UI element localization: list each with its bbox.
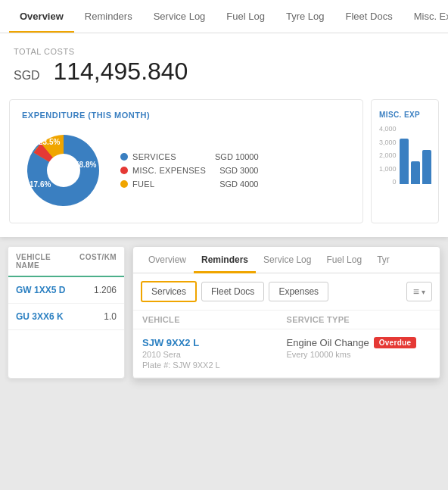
pie-center [47,154,80,187]
reminder-row-0: SJW 9XX2 L 2010 Sera Plate #: SJW 9XX2 L… [133,329,440,378]
pie-chart: 58.8% 23.5% 17.6% [22,129,105,212]
bar-1 [400,139,409,184]
tab-fuel-log[interactable]: Fuel Log [216,0,275,33]
expenditure-card: EXPENDITURE (THIS MONTH) [9,99,363,223]
filter-fleet-docs-btn[interactable]: Fleet Docs [201,282,264,301]
total-costs-currency: SGD [14,69,40,82]
tab-reminders[interactable]: Reminders [74,0,143,33]
filter-icon-chevron: ▾ [422,288,425,296]
sub-tab-reminders[interactable]: Reminders [194,247,256,273]
filter-services-btn[interactable]: Services [141,281,197,302]
total-costs-value: SGD 114,495.840 [14,58,434,86]
legend-value-misc: SGD 3000 [219,166,258,175]
bar-label-4000: 4,000 [379,125,397,133]
overdue-badge: Overdue [374,337,417,348]
bar-label-1000: 1,000 [379,165,397,173]
misc-exp-card: MISC. EXP 4,000 3,000 2,000 1,000 0 [371,99,439,223]
pie-svg [22,129,105,212]
expenditure-content: 58.8% 23.5% 17.6% SERVICES SGD 10000 MIS… [22,129,350,212]
reminder-header-type: Service Type [287,315,431,324]
legend-name-fuel: FUEL [132,179,206,189]
legend-dot-fuel [120,180,128,188]
tab-overview[interactable]: Overview [9,0,74,33]
total-costs-section: TOTAL COSTS SGD 114,495.840 [0,33,448,92]
expenditure-title: EXPENDITURE (THIS MONTH) [22,111,350,120]
sub-tab-service-log[interactable]: Service Log [256,247,319,273]
cost-km-col-vehicle: VEHICLE NAME [16,253,72,270]
main-nav: Overview Reminders Service Log Fuel Log … [0,0,448,33]
total-costs-label: TOTAL COSTS [14,47,434,56]
bar-label-2000: 2,000 [379,151,397,159]
cost-km-vehicle-0: GW 1XX5 D [16,285,82,295]
bar-2 [411,161,420,184]
legend: SERVICES SGD 10000 MISC. EXPENSES SGD 30… [120,152,259,189]
legend-name-misc: MISC. EXPENSES [132,166,206,175]
tab-service-log[interactable]: Service Log [143,0,216,33]
reminders-nav: Overview Reminders Service Log Fuel Log … [133,247,440,273]
filter-sort-icon[interactable]: ≡ ▾ [406,282,432,301]
filter-icon-lines: ≡ [413,286,419,298]
legend-value-fuel: SGD 4000 [219,179,258,189]
reminder-type-name: Engine Oil Change Overdue [287,337,431,348]
legend-item-services: SERVICES SGD 10000 [120,152,259,161]
sub-tab-fuel-log[interactable]: Fuel Log [319,247,369,273]
reminder-vehicle-sub2: Plate #: SJW 9XX2 L [142,360,287,370]
reminder-type-sub: Every 10000 kms [287,350,431,359]
legend-name-services: SERVICES [132,152,201,161]
bar-y-labels: 4,000 3,000 2,000 1,000 0 [379,125,397,186]
filter-row: Services Fleet Docs Expenses ≡ ▾ [133,273,440,311]
top-card: Overview Reminders Service Log Fuel Log … [0,0,448,237]
cost-km-row-0: GW 1XX5 D 1.206 [8,277,124,304]
cost-km-value-0: 1.206 [90,285,117,295]
bar-chart [400,125,431,186]
legend-item-misc: MISC. EXPENSES SGD 3000 [120,166,259,175]
filter-expenses-btn[interactable]: Expenses [269,282,328,301]
reminder-type-info: Engine Oil Change Overdue Every 10000 km… [287,337,431,359]
sub-tab-overview[interactable]: Overview [141,247,194,273]
tab-tyre-log[interactable]: Tyre Log [275,0,335,33]
bar-label-3000: 3,000 [379,139,397,146]
tab-fleet-docs[interactable]: Fleet Docs [335,0,403,33]
cost-km-card: VEHICLE NAME COST/KM GW 1XX5 D 1.206 GU … [8,246,125,379]
cost-km-vehicle-1: GU 3XX6 K [16,311,82,322]
cost-km-value-1: 1.0 [90,311,117,322]
misc-exp-title: MISC. EXP [379,111,431,119]
bar-label-0: 0 [379,178,397,186]
legend-item-fuel: FUEL SGD 4000 [120,179,259,189]
reminder-vehicle-info: SJW 9XX2 L 2010 Sera Plate #: SJW 9XX2 L [142,337,287,370]
legend-dot-misc [120,167,128,174]
tab-misc-expe[interactable]: Misc. Expe [403,0,448,33]
bar-3 [422,150,431,184]
cost-km-header: VEHICLE NAME COST/KM [8,247,124,277]
total-costs-amount: 114,495.840 [53,58,188,85]
reminder-vehicle-sub1: 2010 Sera [142,350,287,359]
reminders-card: Overview Reminders Service Log Fuel Log … [132,246,440,379]
sub-tab-tyr[interactable]: Tyr [369,247,397,273]
reminder-header-vehicle: Vehicle [142,315,287,324]
reminder-service-type-text: Engine Oil Change [287,337,369,348]
legend-value-services: SGD 10000 [215,152,258,161]
reminder-table-header: Vehicle Service Type [133,311,440,329]
cost-km-col-value: COST/KM [79,253,117,270]
charts-row: EXPENDITURE (THIS MONTH) [0,92,448,237]
legend-dot-services [120,153,128,161]
bottom-section: VEHICLE NAME COST/KM GW 1XX5 D 1.206 GU … [0,246,448,379]
reminder-vehicle-name: SJW 9XX2 L [142,337,287,348]
cost-km-row-1: GU 3XX6 K 1.0 [8,304,124,330]
